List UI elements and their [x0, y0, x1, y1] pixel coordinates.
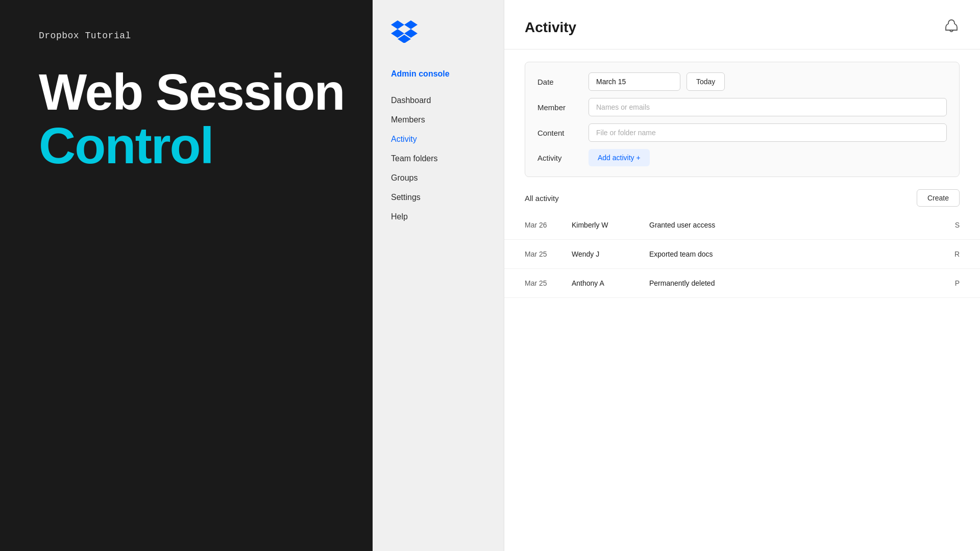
row-extra: S [955, 221, 960, 229]
member-input[interactable] [589, 98, 947, 116]
member-filter-label: Member [537, 103, 589, 112]
dropbox-logo[interactable] [391, 20, 418, 45]
row-date: Mar 25 [525, 250, 555, 258]
sidebar-item-activity[interactable]: Activity [373, 130, 504, 149]
table-row: Mar 25 Anthony A Permanently deleted P [504, 269, 980, 298]
activity-list-header: All activity Create [504, 189, 980, 207]
sidebar-item-team-folders[interactable]: Team folders [373, 149, 504, 168]
row-date: Mar 25 [525, 279, 555, 287]
hero-title: Web Session Control [39, 65, 373, 172]
left-panel: Dropbox Tutorial Web Session Control [0, 0, 373, 551]
filter-row-activity: Activity Add activity + [537, 149, 947, 166]
row-member: Wendy J [572, 250, 633, 258]
table-row: Mar 25 Wendy J Exported team docs R [504, 240, 980, 269]
content-filter-label: Content [537, 129, 589, 137]
row-action: Granted user access [649, 221, 939, 229]
sidebar-item-settings[interactable]: Settings [373, 188, 504, 207]
sidebar-item-members[interactable]: Members [373, 110, 504, 130]
all-activity-label: All activity [525, 194, 559, 203]
filter-row-content: Content [537, 123, 947, 142]
table-row: Mar 26 Kimberly W Granted user access S [504, 211, 980, 240]
main-header: Activity [504, 0, 980, 49]
date-input[interactable] [589, 72, 680, 91]
row-member: Kimberly W [572, 221, 633, 229]
row-action: Permanently deleted [649, 279, 939, 287]
tutorial-label: Dropbox Tutorial [39, 31, 373, 41]
create-button[interactable]: Create [917, 189, 960, 207]
row-member: Anthony A [572, 279, 633, 287]
row-extra: R [954, 250, 960, 258]
date-filter-label: Date [537, 78, 589, 86]
hero-line2: Control [39, 117, 213, 174]
row-date: Mar 26 [525, 221, 555, 229]
page-title: Activity [525, 19, 576, 36]
activity-rows: Mar 26 Kimberly W Granted user access S … [504, 211, 980, 551]
sidebar-item-help[interactable]: Help [373, 207, 504, 227]
filter-panel: Date Today Member Content Activity Add a… [525, 62, 960, 177]
content-input[interactable] [589, 123, 947, 142]
filter-row-date: Date Today [537, 72, 947, 91]
filter-row-member: Member [537, 98, 947, 116]
activity-filter-label: Activity [537, 154, 589, 162]
hero-line1: Web Session [39, 63, 345, 120]
today-button[interactable]: Today [687, 72, 725, 91]
sidebar-admin-console[interactable]: Admin console [373, 65, 468, 83]
row-action: Exported team docs [649, 250, 938, 258]
sidebar-item-dashboard[interactable]: Dashboard [373, 91, 504, 110]
bell-icon[interactable] [943, 18, 960, 37]
row-extra: P [955, 279, 960, 287]
sidebar-item-groups[interactable]: Groups [373, 168, 504, 188]
main-content: Activity Date Today Member [504, 0, 980, 551]
add-activity-button[interactable]: Add activity + [589, 149, 650, 166]
sidebar: Admin console Dashboard Members Activity… [373, 0, 504, 551]
right-container: Admin console Dashboard Members Activity… [373, 0, 980, 551]
